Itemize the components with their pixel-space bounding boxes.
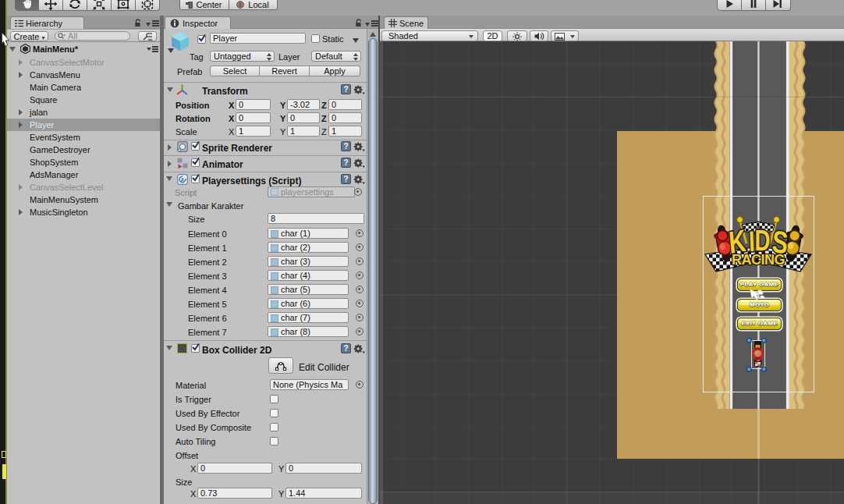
svg-text:#: # xyxy=(181,177,184,183)
svg-text:RACING: RACING xyxy=(732,252,785,268)
